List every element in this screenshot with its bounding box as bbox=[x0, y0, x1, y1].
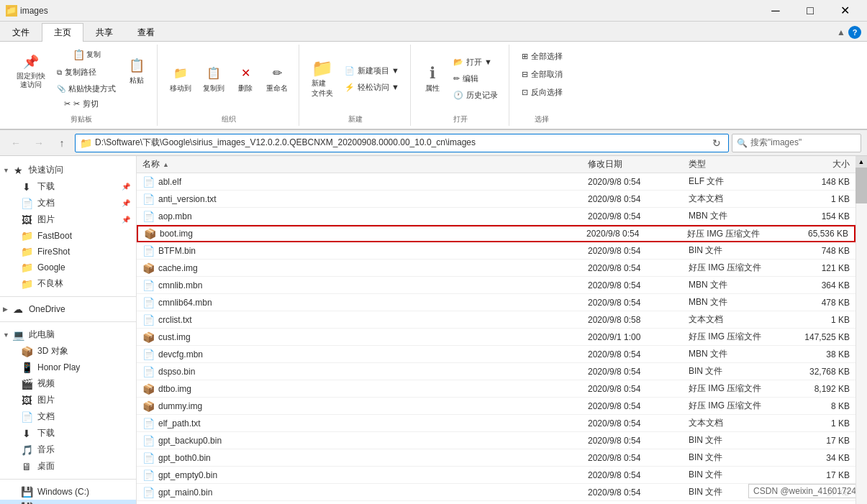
sidebar-item-music[interactable]: 🎵 音乐 bbox=[0, 441, 136, 458]
rename-button[interactable]: ✏ 重命名 bbox=[261, 61, 293, 97]
file-type-cell: 文本文档 bbox=[683, 193, 784, 205]
invert-selection-button[interactable]: ⊡ 反向选择 bbox=[517, 85, 568, 100]
table-row[interactable]: 📄 aop.mbn 2020/9/8 0:54 MBN 文件 154 KB bbox=[137, 208, 855, 225]
onedrive-icon: ☁ bbox=[12, 303, 24, 315]
table-row[interactable]: 📦 cust.img 2020/9/1 1:00 好压 IMG 压缩文件 147… bbox=[137, 329, 855, 346]
sidebar-item-quick-access[interactable]: ▼ ★ 快速访问 bbox=[0, 162, 136, 178]
minimize-button[interactable]: ─ bbox=[759, 0, 792, 22]
pin-icon: 📌 bbox=[22, 53, 40, 70]
table-row[interactable]: 📦 boot.img 2020/9/8 0:54 好压 IMG 压缩文件 65,… bbox=[137, 225, 855, 242]
open-button[interactable]: 📂 打开 ▼ bbox=[448, 55, 503, 70]
table-row[interactable]: 📄 crclist.txt 2020/9/8 0:58 文本文档 1 KB bbox=[137, 311, 855, 329]
column-name[interactable]: 名称 ▲ bbox=[137, 158, 582, 170]
copy-path-button[interactable]: ⧉ 复制路径 bbox=[52, 65, 121, 80]
sidebar-item-fireshot[interactable]: 📁 FireShot bbox=[0, 244, 136, 260]
address-text: D:\Software\下载\Google\sirius_images_V12.… bbox=[95, 137, 709, 149]
sidebar-item-honor-play[interactable]: 📱 Honor Play bbox=[0, 359, 136, 375]
pin-to-quick-access-button[interactable]: 📌 固定到快速访问 bbox=[12, 50, 50, 93]
copy-to-button[interactable]: 📋 复制到 bbox=[198, 61, 230, 97]
file-size-cell: 1 KB bbox=[784, 194, 855, 204]
paste-shortcut-button[interactable]: 📎 粘贴快捷方式 bbox=[52, 81, 121, 96]
ribbon: 文件 主页 共享 查看 ▲ ? 📌 固定到快速访问 📋 复制 bbox=[0, 22, 867, 130]
table-row[interactable]: 📄 anti_version.txt 2020/9/8 0:54 文本文档 1 … bbox=[137, 191, 855, 208]
table-row[interactable]: 📄 hyp.mbn 2020/9/8 0:54 MBN 文件 338 KB bbox=[137, 501, 855, 504]
select-label: 选择 bbox=[535, 111, 549, 124]
table-row[interactable]: 📄 gpt_empty0.bin 2020/9/8 0:54 BIN 文件 17… bbox=[137, 467, 855, 484]
cut-button[interactable]: ✂ ✂ 剪切 bbox=[59, 96, 103, 111]
file-size-cell: 17 KB bbox=[784, 436, 855, 446]
sidebar-item-downloads[interactable]: ⬇ 下载 📌 bbox=[0, 178, 136, 195]
edit-button[interactable]: ✏ 编辑 bbox=[448, 71, 503, 86]
sidebar-item-lenovo-d[interactable]: 💾 LENOVO (D:) bbox=[0, 500, 136, 504]
sidebar-item-dl[interactable]: ⬇ 下载 bbox=[0, 425, 136, 441]
file-size-cell: 8 KB bbox=[784, 401, 855, 411]
file-name-cell: 📄 gpt_backup0.bin bbox=[137, 435, 582, 446]
ribbon-tabs: 文件 主页 共享 查看 ▲ ? bbox=[0, 22, 867, 42]
music-icon: 🎵 bbox=[20, 444, 33, 456]
tab-file[interactable]: 文件 bbox=[0, 23, 42, 42]
column-size[interactable]: 大小 bbox=[784, 158, 855, 170]
drives-section: 💾 Windows (C:) 💾 LENOVO (D:) bbox=[0, 481, 136, 504]
sidebar-item-desktop[interactable]: 🖥 桌面 bbox=[0, 458, 136, 475]
paste-button[interactable]: 📋 粘贴 bbox=[122, 53, 151, 89]
file-date-cell: 2020/9/8 0:54 bbox=[582, 384, 683, 394]
scroll-thumb[interactable] bbox=[855, 168, 867, 203]
move-to-button[interactable]: 📁 移动到 bbox=[165, 61, 196, 97]
sidebar-item-this-pc[interactable]: ▼ 💻 此电脑 bbox=[0, 326, 136, 343]
file-name-cell: 📄 abl.elf bbox=[137, 176, 582, 188]
column-type[interactable]: 类型 bbox=[683, 158, 784, 170]
back-button[interactable]: ← bbox=[6, 133, 26, 153]
sidebar-item-3d-objects[interactable]: 📦 3D 对象 bbox=[0, 343, 136, 359]
search-bar[interactable]: 🔍 搜索"images" bbox=[732, 134, 861, 152]
table-row[interactable]: 📦 dummy.img 2020/9/8 0:54 好压 IMG 压缩文件 8 … bbox=[137, 398, 855, 415]
up-button[interactable]: ↑ bbox=[52, 133, 72, 153]
sidebar-item-windows-c[interactable]: 💾 Windows (C:) bbox=[0, 484, 136, 500]
table-row[interactable]: 📦 dtbo.img 2020/9/8 0:54 好压 IMG 压缩文件 8,1… bbox=[137, 380, 855, 398]
ribbon-collapse-icon[interactable]: ▲ bbox=[837, 27, 845, 37]
tab-share[interactable]: 共享 bbox=[83, 23, 125, 42]
sidebar-item-pictures[interactable]: 🖼 图片 📌 bbox=[0, 211, 136, 228]
table-row[interactable]: 📄 gpt_backup0.bin 2020/9/8 0:54 BIN 文件 1… bbox=[137, 432, 855, 449]
delete-button[interactable]: ✕ 删除 bbox=[231, 61, 260, 97]
clipboard-row: 📌 固定到快速访问 📋 复制 ⧉ 复制路径 📎 粘贴快捷方式 bbox=[12, 46, 151, 96]
table-row[interactable]: 📄 devcfg.mbn 2020/9/8 0:54 MBN 文件 38 KB bbox=[137, 346, 855, 363]
table-row[interactable]: 📦 cache.img 2020/9/8 0:54 好压 IMG 压缩文件 12… bbox=[137, 260, 855, 277]
select-all-icon: ⊞ bbox=[522, 52, 528, 61]
sidebar-item-fastboot[interactable]: 📁 FastBoot bbox=[0, 228, 136, 244]
scrollbar[interactable]: ▲ ▼ bbox=[855, 156, 867, 504]
new-item-button[interactable]: 📄 新建项目 ▼ bbox=[340, 63, 404, 78]
sidebar-item-google[interactable]: 📁 Google bbox=[0, 260, 136, 275]
new-folder-button[interactable]: 📁 新建文件夹 bbox=[307, 56, 338, 102]
tab-home[interactable]: 主页 bbox=[42, 23, 83, 42]
file-type-icon: 📄 bbox=[142, 193, 154, 205]
table-row[interactable]: 📄 cmnlib64.mbn 2020/9/8 0:54 MBN 文件 478 … bbox=[137, 294, 855, 311]
properties-button[interactable]: ℹ 属性 bbox=[418, 61, 447, 97]
help-icon[interactable]: ? bbox=[848, 26, 861, 39]
column-date[interactable]: 修改日期 bbox=[582, 158, 683, 170]
table-row[interactable]: 📄 cmnlib.mbn 2020/9/8 0:54 MBN 文件 364 KB bbox=[137, 277, 855, 294]
deselect-all-button[interactable]: ⊟ 全部取消 bbox=[517, 67, 568, 82]
table-row[interactable]: 📄 elf_path.txt 2020/9/8 0:54 文本文档 1 KB bbox=[137, 415, 855, 432]
copy-button[interactable]: 📋 复制 bbox=[52, 46, 121, 63]
address-bar[interactable]: 📁 D:\Software\下载\Google\sirius_images_V1… bbox=[75, 134, 729, 152]
select-all-button[interactable]: ⊞ 全部选择 bbox=[517, 49, 568, 64]
tab-view[interactable]: 查看 bbox=[125, 23, 167, 42]
refresh-button[interactable]: ↻ bbox=[709, 137, 724, 149]
file-name-cell: 📄 gpt_empty0.bin bbox=[137, 469, 582, 481]
forward-button[interactable]: → bbox=[29, 133, 49, 153]
table-row[interactable]: 📄 gpt_both0.bin 2020/9/8 0:54 BIN 文件 34 … bbox=[137, 449, 855, 467]
table-row[interactable]: 📄 BTFM.bin 2020/9/8 0:54 BIN 文件 748 KB bbox=[137, 242, 855, 260]
sidebar-item-documents[interactable]: 📄 文档 📌 bbox=[0, 195, 136, 211]
close-button[interactable]: ✕ bbox=[828, 0, 861, 22]
table-row[interactable]: 📄 dspso.bin 2020/9/8 0:54 BIN 文件 32,768 … bbox=[137, 363, 855, 380]
sidebar-item-buliang[interactable]: 📁 不良林 bbox=[0, 275, 136, 292]
scroll-up-button[interactable]: ▲ bbox=[855, 156, 867, 168]
sidebar-item-docs[interactable]: 📄 文档 bbox=[0, 408, 136, 425]
table-row[interactable]: 📄 abl.elf 2020/9/8 0:54 ELF 文件 148 KB bbox=[137, 173, 855, 191]
sidebar-item-images[interactable]: 🖼 图片 bbox=[0, 392, 136, 408]
maximize-button[interactable]: □ bbox=[794, 0, 827, 22]
easy-access-button[interactable]: ⚡ 轻松访问 ▼ bbox=[340, 80, 404, 95]
sidebar-item-videos[interactable]: 🎬 视频 bbox=[0, 375, 136, 392]
sidebar-item-onedrive[interactable]: ▶ ☁ OneDrive bbox=[0, 301, 136, 317]
history-button[interactable]: 🕐 历史记录 bbox=[448, 88, 503, 103]
